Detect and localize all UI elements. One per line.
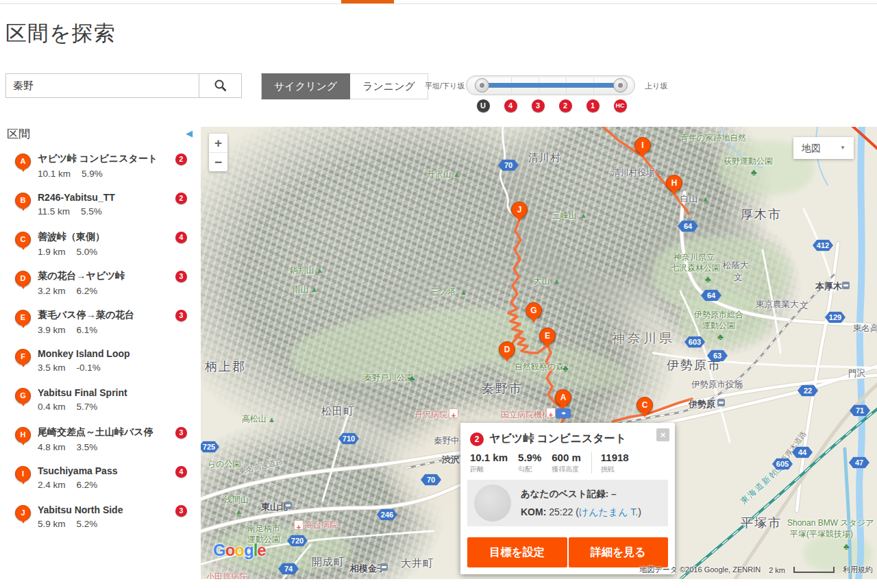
kom-paren: ): [638, 506, 641, 517]
segment-pin-icon: E: [15, 310, 31, 326]
segment-item[interactable]: I Tsuchiyama Pass 2.4 km6.2% 4: [0, 465, 201, 504]
map-label: 文: [800, 300, 808, 312]
map-type-selector[interactable]: 地図 ▼: [793, 137, 854, 159]
map-label: 開成町: [312, 556, 345, 569]
map-label: 自然観察の森: [515, 361, 564, 373]
sport-tab[interactable]: ランニング: [350, 73, 428, 99]
zoom-out-button[interactable]: −: [209, 153, 227, 171]
map-label: 国立病院機構: [501, 409, 550, 421]
zoom-control: + −: [209, 134, 227, 171]
segment-item[interactable]: H 尾崎交差点～土山峠バス停 4.8 km3.5% 3: [0, 426, 201, 465]
segment-item[interactable]: C 善波峠（東側） 1.9 km5.0% 4: [0, 230, 201, 269]
segment-grade: 6.2%: [77, 480, 98, 490]
map-label: 大井町: [401, 557, 434, 570]
segment-distance: 0.4 km: [38, 402, 66, 412]
sport-tabs: サイクリングランニング: [261, 73, 428, 99]
segment-stats: 10.1 km5.9%: [38, 169, 201, 179]
segment-grade: 3.5%: [77, 442, 98, 452]
active-nav-indicator: [341, 0, 394, 3]
map-label: 三峰山: [552, 210, 577, 221]
segment-popup: × 2 ヤビツ峠 コンビニスタート 10.1 km 距離 5.9% 勾配 600…: [460, 423, 675, 574]
map-label: 高松山: [242, 413, 267, 425]
segment-pin-icon: I: [15, 466, 31, 482]
map-pin-G[interactable]: G: [526, 302, 542, 319]
zoom-in-button[interactable]: +: [209, 134, 227, 153]
hospital-icon: [294, 520, 304, 530]
segment-item[interactable]: J Yabitsu North Side 5.9 km5.2% 3: [0, 504, 201, 543]
segment-item[interactable]: E 蓑毛バス停→菜の花台 3.9 km6.1% 3: [0, 308, 201, 347]
slider-handle-right[interactable]: [613, 78, 628, 93]
sport-tab[interactable]: サイクリング: [261, 73, 350, 99]
direction-arrows-icon[interactable]: ◂▸: [556, 408, 571, 418]
map-pin-D[interactable]: D: [499, 341, 515, 358]
segment-name: ヤビツ峠 コンビニスタート: [38, 153, 175, 165]
set-goal-button[interactable]: 目標を設定: [467, 537, 567, 567]
map-label: 松田町: [321, 405, 354, 418]
map[interactable]: 青年の家跡地自然荻野運動公園清川村清川村役場白山厚木市三峰山丹沢山鍋割山雨山三ノ…: [201, 127, 877, 579]
search-input[interactable]: [6, 74, 199, 97]
map-label: 七沢森林公園: [671, 262, 720, 274]
segment-item[interactable]: B R246-Yabitsu_TT 11.5 km5.5% 2: [0, 191, 201, 230]
scale-label: 2 km: [769, 566, 785, 574]
kom-label: KOM:: [521, 506, 546, 517]
hospital-icon: [546, 408, 556, 417]
map-label: 渋沢: [442, 454, 460, 466]
mt-icon: [310, 283, 318, 294]
top-nav-strip: [0, 0, 877, 4]
segment-name: Monkey Island Loop: [38, 348, 175, 359]
kom-text: KOM: 25:22 (けんたまん T.): [521, 506, 641, 519]
segment-name: Yabitsu Final Sprint: [38, 387, 175, 398]
segment-item[interactable]: D 菜の花台→ヤビツ峠 3.2 km6.2% 3: [0, 269, 201, 308]
map-label: 丹沢病院: [415, 409, 447, 421]
view-details-button[interactable]: 詳細を見る: [569, 537, 669, 567]
map-label: 東京農業大: [756, 299, 799, 310]
map-pin-I[interactable]: I: [634, 137, 651, 154]
segment-pin-icon: A: [15, 154, 31, 169]
map-type-label: 地図: [802, 143, 821, 154]
map-label: 平塚(平塚競技場): [790, 528, 853, 540]
attribution-text: 地図データ ©2016 Google, ZENRIN: [639, 565, 761, 575]
segment-name: R246-Yabitsu_TT: [38, 192, 175, 203]
segment-distance: 10.1 km: [38, 169, 71, 179]
map-label: 鍋割山: [290, 265, 314, 276]
segment-distance: 4.8 km: [38, 442, 66, 452]
map-pin-C[interactable]: C: [637, 397, 653, 413]
popup-close-button[interactable]: ×: [656, 428, 669, 441]
map-pin-A[interactable]: A: [555, 389, 571, 406]
segment-category-badge: 2: [175, 154, 187, 165]
kom-time: 25:22 (: [546, 506, 578, 517]
popup-records-panel: あなたのベスト記録: – KOM: 25:22 (けんたまん T.): [467, 480, 668, 526]
best-effort-text: あなたのベスト記録: –: [521, 488, 641, 500]
slider-handle-left[interactable]: [475, 78, 489, 93]
segment-grade: 6.2%: [77, 286, 98, 296]
popup-buttons: 目標を設定詳細を見る: [467, 537, 668, 567]
segment-stats: 3.2 km6.2%: [38, 286, 201, 296]
segment-item[interactable]: F Monkey Island Loop 3.5 km-0.1%: [0, 347, 201, 387]
tree-icon: [409, 373, 415, 384]
map-label: 秦野戸川公園: [364, 372, 413, 384]
search-button[interactable]: [199, 74, 241, 97]
collapse-sidebar-icon[interactable]: ◀: [186, 128, 193, 138]
segment-grade: 5.9%: [82, 169, 103, 179]
segment-grade: 5.7%: [77, 402, 98, 412]
terms-link[interactable]: 利用規約: [843, 565, 873, 575]
map-label: 神奈川県立: [674, 252, 715, 263]
google-logo[interactable]: Google: [213, 541, 266, 560]
map-label: 雨山: [293, 284, 309, 295]
map-label: 三ノ塔: [431, 286, 456, 298]
map-pin-J[interactable]: J: [511, 201, 528, 218]
grade-slider[interactable]: [466, 75, 635, 95]
segment-item[interactable]: A ヤビツ峠 コンビニスタート 10.1 km5.9% 2: [0, 152, 201, 191]
mt-icon: [453, 168, 460, 179]
stat-label: 勾配: [518, 465, 541, 474]
stat-label: 挑戦: [601, 465, 629, 474]
segment-name: 尾崎交差点～土山峠バス停: [38, 426, 175, 439]
map-pin-E[interactable]: E: [539, 328, 556, 344]
map-label: 小田原病院: [206, 571, 247, 579]
category-badge: 2: [559, 99, 572, 112]
map-pin-H[interactable]: H: [666, 175, 682, 191]
kom-holder-link[interactable]: けんたまん T.: [579, 506, 638, 517]
segment-item[interactable]: G Yabitsu Final Sprint 0.4 km5.7%: [0, 387, 201, 426]
popup-title: ヤビツ峠 コンビニスタート: [489, 432, 626, 446]
map-label: 丹沢山: [427, 169, 452, 180]
